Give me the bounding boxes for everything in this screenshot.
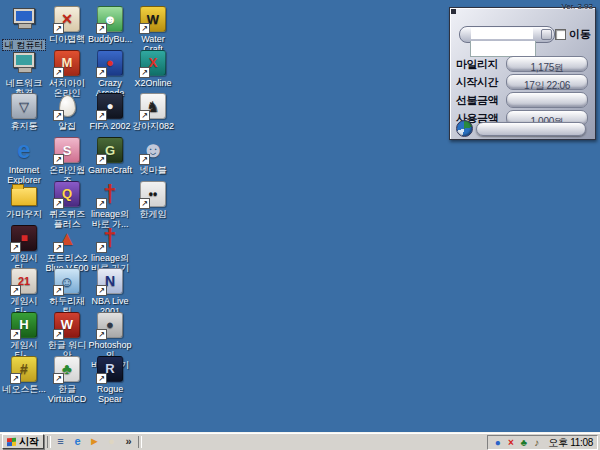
shortcut-arrow-icon: ↗ [10, 242, 21, 253]
alzip-label: 알집 [45, 121, 89, 131]
web-globe-button[interactable] [456, 120, 473, 137]
desktop-icon-gamecraft[interactable]: G↗GameCraft [88, 137, 132, 175]
messenger-icon[interactable]: ● [105, 435, 118, 448]
taskbar-separator [47, 436, 51, 448]
shortcut-arrow-icon: ↗ [96, 110, 107, 121]
move-checkbox[interactable]: 이동 [555, 27, 591, 42]
shortcut-arrow-icon: ↗ [96, 67, 107, 78]
recycle-bin-label: 휴지통 [2, 121, 46, 131]
desktop-icon-hangul-virtualcd[interactable]: ♣↗한글 VirtualCD [45, 356, 89, 404]
desktop-icon-fifa-2002[interactable]: ●↗FIFA 2002 [88, 93, 132, 131]
account-combo-input[interactable] [471, 28, 533, 39]
offline-tray-icon[interactable]: × [505, 437, 516, 448]
desktop-icon-neostone[interactable]: #↗네오스톤... [2, 356, 46, 394]
start-time-label: 시작시간 [456, 75, 498, 90]
x2online-label: X2Online [131, 78, 175, 88]
combo-dropdown-list[interactable] [470, 41, 536, 57]
gamecity-3-icon: H↗ [11, 312, 37, 338]
desktop-icon-gamecity-2[interactable]: 21↗게임시티-... [2, 268, 46, 316]
hangame-icon: ••↗ [140, 181, 166, 207]
panel-menu-button[interactable] [451, 9, 456, 14]
crazy-arcade-icon: ●↗ [97, 50, 123, 76]
media-play-icon[interactable]: ► [88, 435, 101, 448]
desktop-icon-quizquiz-plus[interactable]: Q↗퀴즈퀴즈 플러스 [45, 181, 89, 229]
network-neighborhood-icon [11, 50, 37, 76]
diablo-maphack-icon: ×↗ [54, 6, 80, 32]
shortcut-arrow-icon: ↗ [139, 198, 150, 209]
online-worms-icon: S↗ [54, 137, 80, 163]
internet-explorer-icon[interactable]: e [71, 435, 84, 448]
gamecraft-label: GameCraft [88, 165, 132, 175]
desktop-icon-lineage-shortcut-2[interactable]: †↗lineage의 바로 가기 [88, 225, 132, 273]
my-computer-label: 내 컴퓨터 [3, 40, 46, 50]
start-button[interactable]: 시작 [2, 434, 44, 449]
desktop-icon-internet-explorer[interactable]: eInternet Explorer [2, 137, 46, 185]
desktop-icon-network-neighborhood[interactable]: 네트워크 환경 [2, 50, 46, 98]
desktop-icon-haduri-chat[interactable]: ☺↗하두리채팅 [45, 268, 89, 316]
desktop-icon-nba-live-2001[interactable]: N↗NBA Live 2001 [88, 268, 132, 316]
desktop-icon-gamecity-1[interactable]: ■↗게임시티-... [2, 225, 46, 273]
panel-bottom-row [450, 120, 595, 138]
desktop-icon-lineage-shortcut[interactable]: †↗lineage의 바로 가... [88, 181, 132, 229]
desktop-icon-water-craft[interactable]: W↗Water Craft [131, 6, 175, 54]
desktop-icon-my-computer[interactable]: 내 컴퓨터 [2, 6, 46, 52]
shortcut-arrow-icon: ↗ [10, 329, 21, 340]
desktop-icon-x2online[interactable]: X↗X2Online [131, 50, 175, 88]
mileage-value-field: 1,175원 [506, 56, 588, 72]
shortcut-arrow-icon: ↗ [53, 110, 64, 121]
move-checkbox-label: 이동 [569, 27, 591, 42]
alzip-icon: ↗ [54, 93, 80, 119]
combo-dropdown-button[interactable] [541, 29, 552, 40]
action-button[interactable] [476, 122, 586, 136]
prepaid-row: 선불금액 [450, 92, 595, 107]
desktop-icon-recycle-bin[interactable]: ▽휴지통 [2, 93, 46, 131]
searcheye-online-icon: M↗ [54, 50, 80, 76]
overflow-chevron[interactable]: » [122, 435, 135, 448]
desktop-icon-diablo-maphack[interactable]: ×↗디아맵핵 [45, 6, 89, 44]
hangul-wordian-icon: W↗ [54, 312, 80, 338]
gamecity-1-icon: ■↗ [11, 225, 37, 251]
desktop-icon-fortress2-blue[interactable]: ▲↗포트리스2 Blue V.500 [45, 225, 89, 273]
desktop-icon-alzip[interactable]: ↗알집 [45, 93, 89, 131]
shortcut-arrow-icon: ↗ [139, 67, 150, 78]
prepaid-value-field [506, 92, 588, 108]
taskbar-clock[interactable]: 오후 11:08 [545, 436, 593, 450]
quick-launch-bar: ≡e►●» [54, 435, 135, 448]
desktop-icon-gamauji-folder[interactable]: 가마우지 [2, 181, 46, 219]
my-computer-icon [11, 6, 37, 32]
desktop-icon-searcheye-online[interactable]: M↗서치아이 온라인 [45, 50, 89, 98]
desktop-icon-dog082[interactable]: ♞↗강아지082 [131, 93, 175, 131]
shortcut-arrow-icon: ↗ [139, 23, 150, 34]
shortcut-arrow-icon: ↗ [96, 198, 107, 209]
shortcut-arrow-icon: ↗ [96, 329, 107, 340]
antivirus-tray-icon[interactable]: ♣ [518, 437, 529, 448]
photoshop-shortcut-icon: ●↗ [97, 312, 123, 338]
show-desktop-icon[interactable]: ≡ [54, 435, 67, 448]
desktop-icon-netmarble[interactable]: ☻↗넷마블 [131, 137, 175, 175]
desktop-icon-buddybuddy[interactable]: ☻↗BuddyBu... [88, 6, 132, 44]
desktop-icon-hangame[interactable]: ••↗한게임 [131, 181, 175, 219]
gamecity-2-icon: 21↗ [11, 268, 37, 294]
shortcut-arrow-icon: ↗ [96, 23, 107, 34]
shortcut-arrow-icon: ↗ [53, 285, 64, 296]
volume-tray-icon[interactable]: ♪ [531, 437, 542, 448]
network-tray-icon[interactable]: ● [492, 437, 503, 448]
tray-icon-group: ●×♣♪ [492, 437, 542, 448]
move-checkbox-box[interactable] [555, 29, 566, 40]
desktop[interactable]: 내 컴퓨터×↗디아맵핵☻↗BuddyBu...W↗Water Craft네트워크… [0, 0, 600, 450]
hangame-label: 한게임 [131, 209, 175, 219]
version-label: Ver. 3.93 [561, 2, 593, 11]
shortcut-arrow-icon: ↗ [139, 154, 150, 165]
shortcut-arrow-icon: ↗ [53, 329, 64, 340]
rogue-spear-label: Rogue Spear [88, 384, 132, 404]
lineage-shortcut-2-icon: †↗ [97, 225, 123, 251]
desktop-icon-rogue-spear[interactable]: R↗Rogue Spear [88, 356, 132, 404]
system-tray: ●×♣♪ 오후 11:08 [487, 435, 598, 450]
desktop-icon-hangul-wordian[interactable]: W↗한글 워디안 [45, 312, 89, 360]
desktop-icon-online-worms[interactable]: S↗온라인웜즈 [45, 137, 89, 185]
internet-explorer-icon: e [11, 137, 37, 163]
desktop-icon-crazy-arcade[interactable]: ●↗Crazy Arcade [88, 50, 132, 98]
start-time-value-field: 17일 22:06 [506, 74, 588, 90]
desktop-icon-gamecity-3[interactable]: H↗게임시티-... [2, 312, 46, 360]
shortcut-arrow-icon: ↗ [96, 242, 107, 253]
